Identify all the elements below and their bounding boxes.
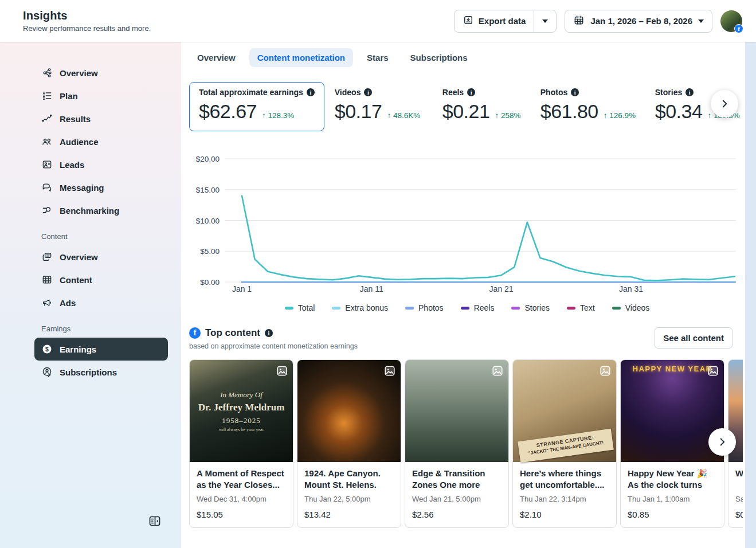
chevron-right-icon — [716, 436, 728, 448]
post-title: Edge & Transition Zones One more shar... — [412, 468, 502, 491]
content-card-uncomfortable[interactable]: STRANGE CAPTURE: "JACKO" THE MAN-APE CAU… — [512, 359, 617, 528]
legend-swatch — [511, 307, 520, 310]
metric-card-reels[interactable]: Reels i $0.21 ↑ 258% — [442, 82, 530, 123]
main-content: Overview Content monetization Stars Subs… — [181, 42, 745, 548]
metric-label: Total approximate earnings — [199, 88, 303, 97]
tab-subscriptions[interactable]: Subscriptions — [402, 48, 476, 67]
earnings-metrics-row: Total approximate earnings i $62.67 ↑ 12… — [189, 82, 745, 131]
sidebar-item-subscriptions[interactable]: Subscriptions — [34, 361, 168, 383]
sidebar-item-audience[interactable]: Audience — [34, 130, 168, 153]
metric-label: Videos — [335, 88, 361, 97]
page-header: Insights Review performance results and … — [0, 0, 756, 42]
photo-badge-icon — [276, 365, 288, 379]
svg-text:$15.00: $15.00 — [196, 186, 220, 194]
tab-content-monetization[interactable]: Content monetization — [249, 48, 353, 67]
post-earnings: $15.05 — [197, 510, 286, 519]
photo-badge-icon — [383, 365, 396, 379]
sidebar-item-results[interactable]: Results — [34, 107, 168, 130]
chevron-down-icon — [542, 19, 548, 23]
svg-text:$0.00: $0.00 — [200, 278, 220, 287]
sidebar-label: Results — [60, 114, 91, 124]
content-card-memorial[interactable]: In Memory Of Dr. Jeffrey Meldrum 1958–20… — [189, 359, 293, 528]
profile-avatar[interactable]: f — [720, 10, 742, 32]
up-arrow-icon: ↑ — [707, 111, 711, 120]
top-content-header: f Top content i based on approximate con… — [189, 327, 745, 350]
metric-card-videos[interactable]: Videos i $0.17 ↑ 48.6K% — [335, 82, 432, 123]
sidebar-item-messaging[interactable]: Messaging — [34, 176, 168, 199]
info-icon[interactable]: i — [571, 88, 579, 96]
sidebar-item-plan[interactable]: Plan — [34, 84, 168, 107]
metric-label: Stories — [655, 88, 682, 97]
metric-value: $61.80 — [540, 100, 598, 123]
sidebar-label: Audience — [60, 137, 99, 147]
up-arrow-icon: ↑ — [604, 111, 608, 120]
sidebar-label: Content — [60, 275, 92, 285]
content-card-edge-transition[interactable]: Edge & Transition Zones One more shar...… — [405, 359, 509, 528]
svg-text:Jan 31: Jan 31 — [619, 284, 643, 293]
sidebar: Overview Plan Results — [0, 42, 181, 548]
content-card-ape-canyon[interactable]: 1924. Ape Canyon. Mount St. Helens. Fiv.… — [297, 359, 401, 528]
post-date: Thu Jan 22, 3:14pm — [520, 495, 609, 503]
info-icon[interactable]: i — [307, 88, 315, 96]
sidebar-item-earnings[interactable]: $ Earnings — [34, 338, 168, 361]
sidebar-item-content-overview[interactable]: Overview — [34, 245, 168, 268]
post-title: Happy New Year 🎉 As the clock turns and … — [628, 468, 717, 491]
legend-swatch — [332, 307, 340, 310]
collapse-sidebar-button[interactable] — [147, 514, 162, 529]
sidebar-label: Leads — [60, 160, 84, 170]
metric-card-total-earnings[interactable]: Total approximate earnings i $62.67 ↑ 12… — [189, 82, 324, 131]
info-icon[interactable]: i — [686, 88, 694, 96]
post-earnings: $0.85 — [628, 510, 717, 519]
post-thumbnail: HAPPY NEW YEAR — [621, 360, 724, 462]
info-icon[interactable]: i — [265, 329, 273, 337]
earnings-line-chart[interactable]: $0.00$5.00$10.00$15.00$20.00Jan 1Jan 11J… — [189, 151, 745, 312]
top-content-cards-row: In Memory Of Dr. Jeffrey Meldrum 1958–20… — [189, 359, 743, 528]
chevron-right-icon — [718, 97, 731, 110]
thumb-text: will always be your year — [219, 427, 264, 432]
metric-delta: ↑ 258% — [495, 111, 520, 120]
svg-text:Jan 11: Jan 11 — [360, 284, 383, 293]
date-range-label: Jan 1, 2026 – Feb 8, 2026 — [590, 16, 692, 26]
legend-item-videos: Videos — [612, 303, 650, 312]
sidebar-item-benchmarking[interactable]: Benchmarking — [34, 199, 168, 222]
post-date: Thu Jan 22, 5:00pm — [304, 495, 394, 503]
post-thumbnail — [297, 360, 401, 462]
chart-canvas[interactable]: $0.00$5.00$10.00$15.00$20.00Jan 1Jan 11J… — [189, 151, 739, 295]
top-content-title: Top content — [205, 327, 260, 339]
chat-bubbles-icon — [41, 182, 53, 193]
up-arrow-icon: ↑ — [387, 111, 391, 120]
sidebar-item-ads[interactable]: Ads — [34, 291, 168, 314]
svg-text:Jan 1: Jan 1 — [232, 284, 252, 293]
sidebar-item-content[interactable]: Content — [34, 268, 168, 291]
benchmark-search-icon — [41, 205, 53, 216]
post-earnings: $2.56 — [412, 510, 502, 519]
export-options-caret-button[interactable] — [534, 10, 556, 32]
post-earnings: $0 — [735, 510, 743, 519]
content-cards-next-button[interactable] — [708, 428, 736, 456]
date-range-picker[interactable]: Jan 1, 2026 – Feb 8, 2026 — [565, 10, 712, 33]
see-all-content-button[interactable]: See all content — [655, 327, 733, 349]
numbered-list-icon — [41, 90, 53, 101]
export-icon — [463, 14, 474, 28]
sidebar-item-overview[interactable]: Overview — [34, 61, 168, 84]
metric-label: Reels — [442, 88, 464, 97]
metric-delta: ↑ 126.9% — [604, 111, 636, 120]
sidebar-item-leads[interactable]: Leads — [34, 153, 168, 176]
svg-text:$: $ — [45, 346, 49, 353]
post-thumbnail: STRANGE CAPTURE: "JACKO" THE MAN-APE CAU… — [513, 360, 616, 462]
metric-card-photos[interactable]: Photos i $61.80 ↑ 126.9% — [540, 82, 645, 123]
sidebar-label: Benchmarking — [60, 206, 119, 216]
post-title: W M — [735, 468, 743, 491]
tab-stars[interactable]: Stars — [359, 48, 397, 67]
post-date: Thu Jan 1, 1:00am — [628, 495, 717, 503]
sidebar-section-earnings: Earnings — [34, 314, 168, 338]
info-icon[interactable]: i — [364, 88, 372, 96]
export-data-button[interactable]: Export data — [455, 10, 534, 32]
post-date: Wed Jan 21, 5:00pm — [412, 495, 502, 503]
trend-line-icon — [41, 113, 53, 124]
header-title-block: Insights Review performance results and … — [23, 9, 151, 33]
metrics-next-button[interactable] — [711, 90, 738, 118]
info-icon[interactable]: i — [467, 88, 475, 96]
tab-overview[interactable]: Overview — [189, 48, 244, 67]
dollar-coin-icon: $ — [41, 343, 53, 355]
